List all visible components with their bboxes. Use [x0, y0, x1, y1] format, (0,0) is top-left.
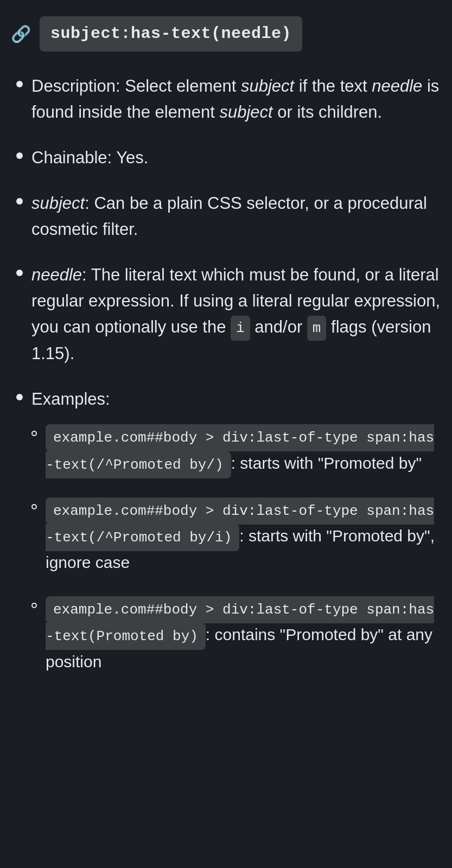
example-3-content: example.com##body > div:last-of-type spa…: [46, 595, 441, 674]
examples-content: Examples: example.com##body > div:last-o…: [31, 386, 441, 694]
example-1-content: example.com##body > div:last-of-type spa…: [46, 423, 441, 476]
bullet-chainable: [16, 152, 23, 159]
list-item-chainable: Chainable: Yes.: [11, 145, 441, 171]
m-flag-code: m: [307, 316, 327, 341]
needle-text: needle: The literal text which must be f…: [31, 262, 441, 367]
subject-text: subject: Can be a plain CSS selector, or…: [31, 190, 441, 242]
sub-examples-list: example.com##body > div:last-of-type spa…: [31, 423, 441, 674]
list-item-description: Description: Select element subject if t…: [11, 73, 441, 125]
bullet-examples: [16, 394, 23, 400]
content-list: Description: Select element subject if t…: [11, 73, 441, 694]
list-item-needle: needle: The literal text which must be f…: [11, 262, 441, 367]
page-header: 🔗 subject:has-text(needle): [11, 16, 441, 52]
sub-bullet-1: [31, 431, 37, 436]
list-item-subject: subject: Can be a plain CSS selector, or…: [11, 190, 441, 242]
sub-list-item-1: example.com##body > div:last-of-type spa…: [31, 423, 441, 476]
sub-bullet-3: [31, 603, 37, 608]
bullet-description: [16, 81, 23, 87]
bullet-needle: [16, 270, 23, 276]
sub-list-item-2: example.com##body > div:last-of-type spa…: [31, 496, 441, 576]
link-icon: 🔗: [11, 22, 31, 46]
bullet-subject: [16, 198, 23, 205]
description-text: Description: Select element subject if t…: [31, 73, 441, 125]
sub-list-item-3: example.com##body > div:last-of-type spa…: [31, 595, 441, 674]
list-item-examples: Examples: example.com##body > div:last-o…: [11, 386, 441, 694]
i-flag-code: i: [231, 316, 250, 341]
example-1-desc: : starts with "Promoted by": [231, 454, 422, 472]
chainable-text: Chainable: Yes.: [31, 145, 441, 171]
page-title: subject:has-text(needle): [40, 16, 302, 52]
example-2-content: example.com##body > div:last-of-type spa…: [46, 496, 441, 576]
examples-label: Examples:: [31, 390, 110, 409]
sub-bullet-2: [31, 504, 37, 509]
